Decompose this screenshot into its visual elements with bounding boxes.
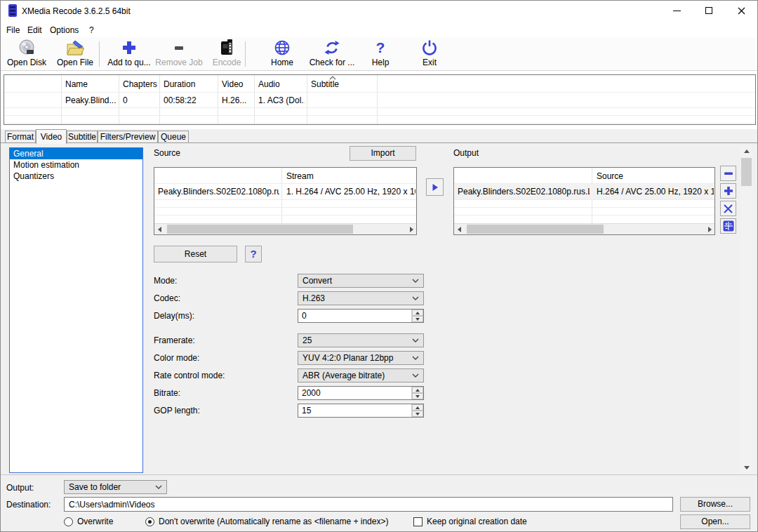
scroll-right-icon[interactable] bbox=[406, 224, 416, 234]
check-for-updates-button[interactable]: Check for ... bbox=[305, 39, 359, 69]
job-row-chapters[interactable]: 0 bbox=[123, 95, 159, 105]
spin-down-button[interactable] bbox=[412, 316, 423, 322]
column-header-subtitle[interactable]: Subtitle bbox=[311, 79, 353, 89]
scroll-thumb[interactable] bbox=[467, 225, 604, 234]
tab-subtitle[interactable]: Subtitle bbox=[67, 131, 98, 143]
mode-label: Mode: bbox=[154, 276, 177, 286]
job-list-area: Name Chapters Duration Video Audio Subti… bbox=[1, 71, 758, 129]
source-hscrollbar[interactable] bbox=[154, 223, 416, 234]
mode-select[interactable]: Convert bbox=[298, 274, 424, 288]
help-button[interactable]: ? Help bbox=[361, 39, 400, 69]
spin-down-button[interactable] bbox=[412, 411, 423, 417]
output-row-file[interactable]: Peaky.Blinders.S02E02.1080p.rus.Lo... bbox=[458, 187, 590, 197]
column-divider[interactable] bbox=[377, 75, 378, 124]
job-table[interactable]: Name Chapters Duration Video Audio Subti… bbox=[4, 74, 756, 125]
gop-length-input[interactable] bbox=[298, 404, 411, 417]
bitrate-input[interactable] bbox=[298, 387, 411, 399]
column-divider[interactable] bbox=[218, 75, 218, 124]
delay-input[interactable] bbox=[298, 310, 411, 322]
color-mode-select[interactable]: YUV 4:2:0 Planar 12bpp bbox=[298, 351, 424, 365]
help-label: Help bbox=[372, 58, 390, 67]
menu-edit[interactable]: Edit bbox=[23, 24, 46, 36]
column-header-audio[interactable]: Audio bbox=[258, 79, 305, 89]
framerate-select[interactable]: 25 bbox=[298, 333, 424, 347]
scroll-left-icon[interactable] bbox=[454, 224, 464, 234]
column-divider[interactable] bbox=[307, 75, 307, 124]
gop-length-label: GOP length: bbox=[154, 406, 200, 415]
browse-button[interactable]: Browse... bbox=[680, 497, 750, 512]
page-vscrollbar[interactable] bbox=[740, 145, 752, 474]
codec-select[interactable]: H.263 bbox=[298, 291, 424, 305]
radio-icon bbox=[64, 517, 73, 526]
open-file-button[interactable]: Open File bbox=[53, 39, 98, 69]
power-icon bbox=[420, 39, 439, 57]
column-divider[interactable] bbox=[119, 75, 119, 124]
column-header-duration[interactable]: Duration bbox=[164, 79, 215, 89]
rate-control-select[interactable]: ABR (Average bitrate) bbox=[298, 368, 424, 383]
menu-file[interactable]: File bbox=[2, 24, 24, 36]
output-mode-label: Output: bbox=[6, 483, 34, 493]
tab-queue[interactable]: Queue bbox=[158, 131, 189, 143]
output-row-source[interactable]: H.264 / AVC 25.00 Hz, 1920 x 108 bbox=[597, 187, 714, 197]
tab-video[interactable]: Video bbox=[36, 129, 67, 144]
sidebar-item-motion-estimation[interactable]: Motion estimation bbox=[10, 159, 142, 171]
open-destination-button[interactable]: Open... bbox=[680, 514, 750, 529]
column-divider[interactable] bbox=[159, 75, 160, 124]
scroll-thumb[interactable] bbox=[167, 225, 353, 234]
minimize-button[interactable] bbox=[660, 1, 693, 20]
overwrite-radio[interactable]: Overwrite bbox=[64, 517, 113, 526]
column-header-video[interactable]: Video bbox=[222, 79, 253, 89]
job-row-audio[interactable]: 1. AC3 (Dol... bbox=[258, 95, 305, 105]
import-button[interactable]: Import bbox=[350, 146, 416, 161]
job-row-video[interactable]: H.26... bbox=[222, 95, 253, 105]
add-stream-button[interactable] bbox=[720, 183, 736, 199]
maximize-button[interactable] bbox=[693, 1, 725, 20]
scroll-up-icon[interactable] bbox=[740, 145, 752, 157]
spin-up-button[interactable] bbox=[412, 404, 423, 411]
dont-overwrite-radio[interactable]: Don't overwrite (Automatically rename as… bbox=[145, 517, 388, 526]
sidebar-item-general[interactable]: General bbox=[10, 148, 142, 159]
output-hscrollbar[interactable] bbox=[454, 223, 714, 234]
scroll-thumb[interactable] bbox=[741, 158, 752, 186]
sidebar-item-quantizers[interactable]: Quantizers bbox=[10, 171, 142, 182]
home-button[interactable]: Home bbox=[261, 39, 303, 69]
tab-format[interactable]: Format bbox=[5, 131, 36, 143]
gop-length-spinbox bbox=[298, 404, 424, 418]
transfer-stream-button[interactable] bbox=[426, 178, 444, 196]
delete-stream-button[interactable] bbox=[720, 201, 736, 216]
destination-input[interactable] bbox=[65, 498, 672, 511]
question-mark-icon: ? bbox=[376, 39, 385, 56]
output-source-header[interactable]: Source bbox=[597, 171, 709, 181]
scroll-left-icon[interactable] bbox=[154, 224, 164, 234]
source-row-stream[interactable]: 1. H.264 / AVC 25.00 Hz, 1920 x 1080 bbox=[286, 187, 415, 197]
spin-up-button[interactable] bbox=[412, 310, 423, 316]
column-header-chapters[interactable]: Chapters bbox=[123, 79, 159, 89]
open-disk-button[interactable]: Open Disk bbox=[5, 39, 48, 69]
add-to-queue-button[interactable]: Add to qu... bbox=[105, 39, 154, 69]
exit-button[interactable]: Exit bbox=[410, 39, 449, 69]
source-stream-header[interactable]: Stream bbox=[286, 171, 413, 181]
plus-icon bbox=[120, 39, 138, 57]
output-table[interactable]: Source Peaky.Blinders.S02E02.1080p.rus.L… bbox=[453, 167, 715, 235]
close-button[interactable] bbox=[725, 1, 757, 20]
reset-button[interactable]: Reset bbox=[154, 246, 237, 262]
remove-stream-button[interactable] bbox=[720, 166, 736, 181]
source-table[interactable]: Stream Peaky.Blinders.S02E02.1080p.ru...… bbox=[154, 167, 417, 235]
scroll-right-icon[interactable] bbox=[705, 224, 714, 234]
menu-options[interactable]: Options bbox=[46, 24, 83, 36]
menu-help[interactable]: ? bbox=[85, 24, 98, 36]
job-row-duration[interactable]: 00:58:22 bbox=[164, 95, 215, 105]
spin-down-button[interactable] bbox=[412, 393, 423, 399]
scroll-down-icon[interactable] bbox=[740, 462, 752, 474]
column-divider[interactable] bbox=[254, 75, 255, 124]
spin-up-button[interactable] bbox=[412, 387, 423, 393]
output-mode-select[interactable]: Save to folder bbox=[64, 480, 167, 494]
job-row-name[interactable]: Peaky.Blind... bbox=[65, 95, 116, 105]
keep-creation-date-checkbox[interactable]: Keep original creation date bbox=[413, 517, 527, 526]
tab-filters-preview[interactable]: Filters/Preview bbox=[98, 131, 158, 143]
source-row-file[interactable]: Peaky.Blinders.S02E02.1080p.ru... bbox=[158, 187, 279, 197]
field-help-button[interactable]: ? bbox=[245, 246, 262, 262]
destination-label: Destination: bbox=[6, 500, 51, 510]
column-header-name[interactable]: Name bbox=[65, 79, 116, 89]
bitrate-calculator-button[interactable] bbox=[720, 218, 736, 234]
